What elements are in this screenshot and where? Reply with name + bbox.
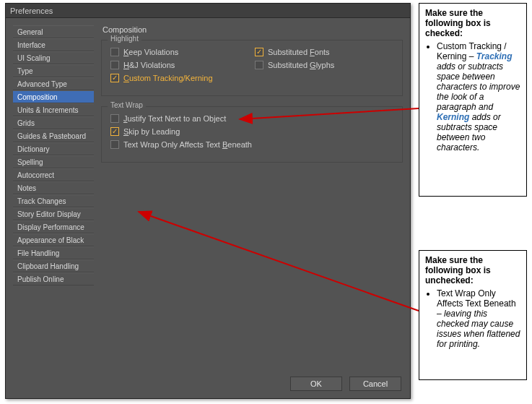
sidebar-item-label: Story Editor Display [17, 210, 81, 218]
sidebar-item-notes[interactable]: Notes [13, 181, 94, 194]
sidebar-item-label: Guides & Pasteboard [17, 132, 86, 140]
sidebar-item-label: Advanced Type [17, 80, 67, 88]
annotation-2-lead: Make sure the following box is unchecked… [425, 255, 520, 285]
sidebar-item-label: Notes [17, 184, 36, 192]
sidebar-item-label: Clipboard Handling [17, 262, 79, 270]
sidebar-item-file-handling[interactable]: File Handling [13, 246, 94, 259]
sidebar-item-autocorrect[interactable]: Autocorrect [13, 168, 94, 181]
preferences-dialog: Preferences GeneralInterfaceUI ScalingTy… [5, 3, 411, 399]
checkbox-skip-by-leading[interactable]: Skip by Leading [110, 127, 180, 136]
sidebar-item-display-performance[interactable]: Display Performance [13, 220, 94, 233]
sidebar-item-label: Appearance of Black [17, 236, 84, 244]
sidebar-item-label: Dictionary [17, 145, 49, 153]
sidebar-item-dictionary[interactable]: Dictionary [13, 142, 94, 155]
sidebar-item-label: File Handling [17, 249, 59, 257]
sidebar-item-label: Display Performance [17, 223, 84, 231]
sidebar-item-label: Composition [17, 93, 58, 101]
checkbox-substituted-glyphs[interactable]: Substituted Glyphs [255, 61, 334, 69]
annotation-1-item: Custom Tracking / Kerning – Tracking add… [437, 41, 520, 152]
ok-button[interactable]: OK [290, 377, 342, 391]
checkbox-custom-tracking-kerning[interactable]: Custom Tracking/Kerning [110, 74, 213, 82]
group-textwrap-title: Text Wrap [108, 101, 146, 109]
dialog-footer: OK Cancel [6, 371, 410, 398]
sidebar-item-composition[interactable]: Composition [13, 90, 94, 103]
sidebar-item-label: Spelling [17, 158, 43, 166]
annotation-1-lead: Make sure the following box is checked: [425, 8, 520, 38]
cancel-button[interactable]: Cancel [349, 377, 401, 391]
group-highlight: Highlight Keep Violations Substituted Fo… [101, 40, 403, 96]
sidebar-item-track-changes[interactable]: Track Changes [13, 194, 94, 207]
sidebar-item-type[interactable]: Type [13, 64, 94, 77]
sidebar-item-interface[interactable]: Interface [13, 38, 94, 51]
sidebar-item-label: UI Scaling [17, 54, 51, 62]
sidebar-item-grids[interactable]: Grids [13, 116, 94, 129]
sidebar-item-label: Track Changes [17, 197, 66, 205]
checkbox-substituted-fonts[interactable]: Substituted Fonts [255, 48, 330, 56]
preferences-content: Composition Highlight Keep Violations Su… [101, 25, 403, 364]
dialog-titlebar: Preferences [6, 4, 410, 18]
sidebar-item-label: Grids [17, 119, 35, 127]
sidebar-item-spelling[interactable]: Spelling [13, 155, 94, 168]
sidebar-item-story-editor-display[interactable]: Story Editor Display [13, 207, 94, 220]
sidebar-item-label: General [17, 28, 43, 36]
sidebar-item-units-increments[interactable]: Units & Increments [13, 103, 94, 116]
sidebar-item-label: Units & Increments [17, 106, 78, 114]
sidebar-item-guides-pasteboard[interactable]: Guides & Pasteboard [13, 129, 94, 142]
checkbox-keep-violations[interactable]: Keep Violations [110, 48, 226, 56]
sidebar-item-advanced-type[interactable]: Advanced Type [13, 77, 94, 90]
label-keep-violations: eep Violations [128, 48, 178, 56]
sidebar-item-label: Interface [17, 41, 45, 49]
sidebar-item-label: Publish Online [17, 275, 64, 283]
sidebar-item-label: Autocorrect [17, 171, 54, 179]
sidebar-item-appearance-of-black[interactable]: Appearance of Black [13, 233, 94, 246]
preferences-sidebar: GeneralInterfaceUI ScalingTypeAdvanced T… [13, 25, 94, 364]
checkbox-justify-next-to-object[interactable]: Justify Text Next to an Object [110, 114, 226, 123]
checkbox-text-wrap-beneath[interactable]: Text Wrap Only Affects Text Beneath [110, 140, 252, 149]
annotation-box-unchecked: Make sure the following box is unchecked… [419, 250, 527, 380]
sidebar-item-publish-online[interactable]: Publish Online [13, 272, 94, 285]
annotation-2-item: Text Wrap Only Affects Text Beneath – le… [437, 288, 520, 349]
checkbox-hj-violations[interactable]: H&J Violations [110, 61, 226, 69]
annotation-box-checked: Make sure the following box is checked: … [419, 3, 527, 197]
sidebar-item-ui-scaling[interactable]: UI Scaling [13, 51, 94, 64]
dialog-title: Preferences [10, 7, 53, 15]
group-highlight-title: Highlight [108, 35, 141, 43]
sidebar-item-label: Type [17, 67, 33, 75]
group-textwrap: Text Wrap Justify Text Next to an Object… [101, 106, 403, 163]
sidebar-item-general[interactable]: General [13, 25, 94, 38]
content-heading: Composition [101, 25, 403, 34]
sidebar-item-clipboard-handling[interactable]: Clipboard Handling [13, 259, 94, 272]
